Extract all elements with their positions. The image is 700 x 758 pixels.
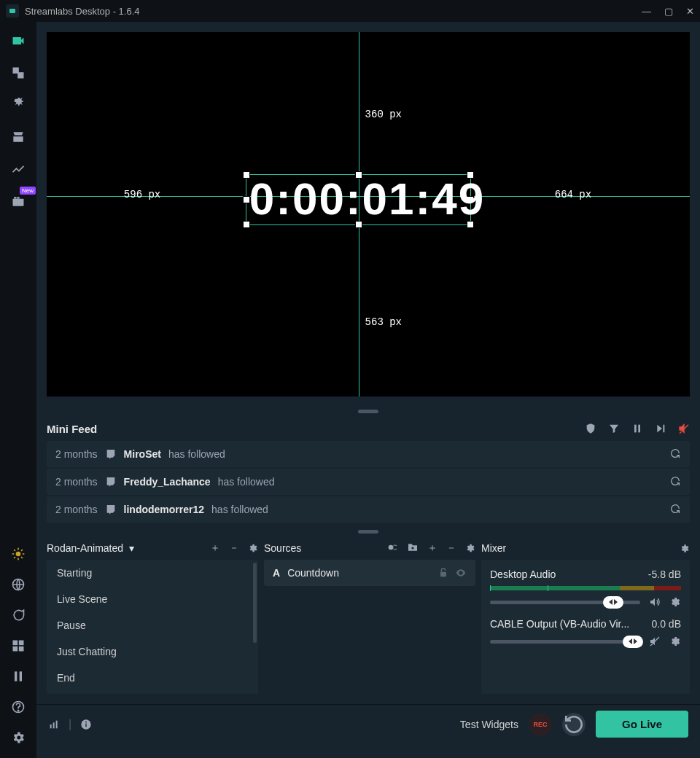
svg-rect-27: [53, 722, 55, 728]
svg-rect-10: [13, 646, 18, 652]
nav-settings-icon[interactable]: [11, 730, 26, 745]
webcam-source-icon[interactable]: [386, 542, 398, 553]
preview-canvas[interactable]: 360 px 596 px 664 px 563 px 0:00:01:49: [47, 32, 690, 396]
nav-editor-icon[interactable]: [11, 34, 26, 48]
nav-login-icon[interactable]: [11, 547, 26, 561]
svg-rect-9: [19, 641, 24, 646]
record-button[interactable]: REC: [529, 713, 552, 736]
volume-slider[interactable]: [490, 640, 640, 644]
feed-action: has followed: [168, 448, 225, 460]
feed-row[interactable]: 2 months lindodemorrer12 has followed: [47, 496, 690, 523]
skip-icon[interactable]: [655, 423, 666, 434]
performance-metrics-icon[interactable]: [48, 719, 60, 730]
visibility-icon[interactable]: [455, 567, 467, 579]
scenes-panel: Rodan-Animated ▾ ＋ － StartingLive SceneP…: [47, 536, 258, 694]
scene-item[interactable]: Pause: [47, 612, 258, 638]
mixer-item-settings-icon[interactable]: [669, 596, 681, 608]
mixer-source-name: Desktop Audio: [490, 568, 556, 580]
volume-knob[interactable]: [603, 596, 623, 609]
info-icon[interactable]: [80, 719, 92, 730]
svg-point-19: [389, 545, 394, 550]
mixer-db-value: -5.8 dB: [648, 568, 681, 580]
mute-toggle-icon[interactable]: [649, 636, 661, 647]
feed-row[interactable]: 2 months MiroSet has followed: [47, 441, 690, 467]
nav-highlighter-icon[interactable]: New: [11, 194, 26, 208]
maximize-button[interactable]: ▢: [664, 6, 673, 17]
mute-toggle-icon[interactable]: [649, 596, 661, 608]
minimize-button[interactable]: —: [642, 6, 651, 17]
lock-icon[interactable]: [438, 567, 449, 579]
feed-age: 2 months: [55, 448, 98, 460]
svg-rect-0: [9, 9, 15, 13]
source-item[interactable]: A Countdown: [264, 560, 475, 586]
nav-pause-icon[interactable]: [11, 669, 26, 684]
source-list[interactable]: A Countdown: [264, 560, 475, 694]
nav-dashboard-icon[interactable]: [11, 162, 26, 176]
mixer-settings-icon[interactable]: [680, 542, 690, 555]
footer-bar: | Test Widgets REC Go Live: [36, 704, 700, 743]
shield-icon[interactable]: [585, 423, 596, 434]
twitch-icon: [105, 476, 117, 488]
retry-icon[interactable]: [669, 448, 681, 461]
nav-help-icon[interactable]: [11, 700, 26, 714]
filter-icon[interactable]: [608, 423, 620, 434]
svg-rect-17: [638, 425, 640, 433]
scene-item[interactable]: Just Chatting: [47, 638, 258, 665]
mixer-item-settings-icon[interactable]: [669, 636, 681, 647]
mixer-item: Desktop Audio -5.8 dB: [490, 568, 681, 608]
nav-store-icon[interactable]: [11, 130, 26, 144]
measure-top-label: 360 px: [365, 109, 402, 120]
remove-source-button[interactable]: －: [446, 542, 456, 555]
source-settings-icon[interactable]: [465, 542, 475, 555]
preview-resize-handle[interactable]: [358, 410, 378, 413]
main-column: 360 px 596 px 664 px 563 px 0:00:01:49: [36, 22, 700, 758]
svg-rect-11: [19, 646, 24, 652]
new-badge: New: [20, 187, 36, 195]
nav-alertbox-icon[interactable]: [11, 98, 26, 112]
scene-item[interactable]: Camara fondo: [47, 691, 258, 694]
feed-action: has followed: [218, 476, 275, 488]
volume-knob[interactable]: [623, 636, 643, 648]
scene-collection-dropdown[interactable]: Rodan-Animated ▾: [47, 542, 134, 554]
volume-slider[interactable]: [490, 601, 640, 604]
feed-user: MiroSet: [124, 448, 161, 460]
source-name: Countdown: [287, 567, 339, 579]
remove-scene-button[interactable]: －: [229, 542, 239, 555]
scene-item[interactable]: Starting: [47, 560, 258, 586]
feed-row[interactable]: 2 months Freddy_Lachance has followed: [47, 469, 690, 495]
feed-action: has followed: [211, 504, 268, 515]
scene-settings-icon[interactable]: [248, 542, 258, 555]
mixer-title: Mixer: [481, 542, 506, 554]
add-source-button[interactable]: ＋: [427, 542, 438, 555]
add-scene-button[interactable]: ＋: [210, 542, 220, 555]
scene-list[interactable]: StartingLive ScenePauseJust ChattingEndC…: [47, 560, 258, 694]
svg-point-6: [16, 552, 21, 557]
nav-chat-icon[interactable]: [11, 608, 26, 622]
scene-scrollbar[interactable]: [253, 563, 257, 643]
nav-layout-icon[interactable]: [11, 638, 26, 653]
nav-globe-icon[interactable]: [11, 577, 26, 592]
test-widgets-button[interactable]: Test Widgets: [460, 719, 518, 730]
add-folder-icon[interactable]: [407, 542, 419, 553]
measure-bottom-label: 563 px: [365, 316, 402, 328]
svg-rect-2: [18, 72, 23, 78]
mute-alerts-icon[interactable]: [678, 423, 690, 434]
svg-rect-21: [440, 572, 446, 577]
app-logo: [6, 4, 19, 17]
pause-icon[interactable]: [631, 423, 643, 434]
retry-icon[interactable]: [669, 503, 681, 517]
scene-item[interactable]: Live Scene: [47, 586, 258, 612]
svg-rect-26: [50, 724, 52, 728]
replay-buffer-button[interactable]: [562, 713, 586, 736]
panels-resize-handle[interactable]: [358, 530, 378, 534]
chevron-down-icon: ▾: [129, 542, 134, 554]
svg-rect-8: [13, 641, 18, 646]
retry-icon[interactable]: [669, 475, 681, 489]
left-nav-sidebar: New: [0, 22, 36, 758]
close-button[interactable]: ✕: [686, 6, 694, 17]
nav-studio-icon[interactable]: [11, 66, 26, 80]
scene-item[interactable]: End: [47, 665, 258, 691]
go-live-button[interactable]: Go Live: [596, 711, 688, 738]
feed-age: 2 months: [55, 476, 98, 488]
svg-rect-13: [20, 671, 22, 681]
